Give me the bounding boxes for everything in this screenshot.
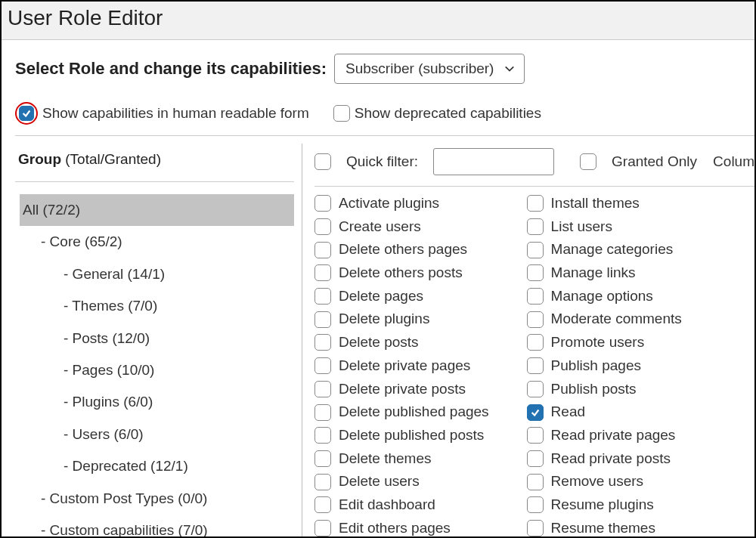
sidebar-divider (15, 181, 294, 182)
capability-label: Read private posts (551, 450, 671, 468)
capability-label: Create users (339, 218, 421, 237)
capability-item[interactable]: Read private posts (527, 450, 682, 468)
capability-checkbox[interactable] (527, 450, 544, 467)
group-tree-item[interactable]: - Custom capabilities (7/0) (20, 515, 294, 538)
capability-item[interactable]: Moderate comments (527, 310, 682, 329)
title-bar: User Role Editor (2, 2, 754, 40)
capability-label: Delete private pages (339, 357, 470, 376)
capability-item[interactable]: Promote users (527, 333, 682, 352)
capability-item[interactable]: Read private pages (527, 426, 682, 445)
capability-item[interactable]: Resume plugins (527, 496, 682, 515)
capability-item[interactable]: List users (527, 218, 682, 237)
capability-checkbox[interactable] (314, 334, 331, 351)
capability-checkbox[interactable] (527, 496, 544, 513)
capabilities-column-2: Install themesList usersManage categorie… (527, 194, 682, 538)
capability-label: Resume themes (551, 519, 655, 538)
human-readable-label: Show capabilities in human readable form (42, 105, 309, 122)
capability-item[interactable]: Activate plugins (314, 194, 489, 213)
capability-item[interactable]: Delete published posts (314, 426, 489, 445)
capability-checkbox[interactable] (527, 334, 544, 351)
capability-checkbox[interactable] (527, 218, 544, 235)
capability-item[interactable]: Resume themes (527, 519, 682, 538)
capability-checkbox[interactable] (314, 474, 331, 490)
capability-checkbox[interactable] (314, 357, 331, 374)
capability-label: Delete published posts (339, 426, 484, 445)
deprecated-label: Show deprecated capabilities (355, 105, 541, 122)
capability-checkbox[interactable] (527, 474, 544, 490)
capability-item[interactable]: Read (527, 403, 682, 422)
capability-item[interactable]: Edit others pages (314, 519, 489, 538)
capability-item[interactable]: Delete published pages (314, 403, 489, 422)
capability-checkbox[interactable] (314, 520, 331, 536)
capability-checkbox[interactable] (527, 520, 544, 536)
capability-checkbox[interactable] (527, 427, 544, 444)
group-heading: Group (Total/Granted) (15, 151, 294, 168)
capability-item[interactable]: Delete others pages (314, 240, 489, 259)
capability-item[interactable]: Install themes (527, 194, 682, 213)
capability-checkbox[interactable] (527, 288, 544, 305)
capability-checkbox[interactable] (527, 264, 544, 281)
capability-checkbox[interactable] (527, 357, 544, 374)
columns-label: Colum (713, 153, 754, 170)
group-tree-item[interactable]: - General (14/1) (20, 258, 294, 290)
capability-item[interactable]: Delete themes (314, 450, 489, 468)
group-tree-item[interactable]: - Users (6/0) (20, 419, 294, 450)
capability-checkbox[interactable] (314, 288, 331, 305)
group-tree-item[interactable]: All (72/2) (20, 194, 294, 226)
deprecated-option[interactable]: Show deprecated capabilities (333, 105, 541, 122)
quick-filter-input[interactable] (433, 148, 554, 175)
capability-checkbox[interactable] (314, 195, 331, 212)
capability-checkbox[interactable] (314, 427, 331, 444)
capability-checkbox[interactable] (314, 242, 331, 258)
capability-checkbox[interactable] (314, 264, 331, 281)
capability-checkbox[interactable] (527, 195, 544, 212)
role-select[interactable]: Subscriber (subscriber) (334, 54, 525, 84)
capability-label: Publish posts (551, 380, 637, 399)
capability-item[interactable]: Manage options (527, 287, 682, 306)
capability-checkbox[interactable] (527, 381, 544, 397)
group-tree-item[interactable]: - Custom Post Types (0/0) (20, 483, 294, 515)
capability-checkbox[interactable] (314, 450, 331, 467)
capability-item[interactable]: Delete private pages (314, 357, 489, 376)
capability-checkbox[interactable] (314, 404, 331, 421)
capability-checkbox[interactable] (314, 381, 331, 397)
capability-item[interactable]: Delete posts (314, 333, 489, 352)
capability-checkbox[interactable] (527, 311, 544, 328)
capability-item[interactable]: Delete users (314, 472, 489, 491)
group-tree-item[interactable]: - Posts (12/0) (20, 323, 294, 354)
granted-only-checkbox[interactable] (580, 153, 596, 170)
role-select-label: Select Role and change its capabilities: (15, 59, 327, 79)
capability-item[interactable]: Edit dashboard (314, 496, 489, 515)
capability-item[interactable]: Manage links (527, 264, 682, 283)
capability-label: Activate plugins (339, 194, 439, 213)
human-readable-option[interactable]: Show capabilities in human readable form (15, 102, 309, 125)
group-tree-item[interactable]: - Pages (10/0) (20, 354, 294, 386)
capability-item[interactable]: Remove users (527, 472, 682, 491)
capability-item[interactable]: Publish posts (527, 380, 682, 399)
group-tree-item[interactable]: - Deprecated (12/1) (20, 450, 294, 482)
capability-checkbox[interactable] (527, 242, 544, 258)
capability-item[interactable]: Delete pages (314, 287, 489, 306)
capability-item[interactable]: Manage categories (527, 240, 682, 259)
capabilities-column-1: Activate pluginsCreate usersDelete other… (314, 194, 489, 538)
human-readable-checkbox[interactable] (19, 106, 34, 121)
capability-checkbox[interactable] (527, 404, 544, 421)
capability-item[interactable]: Create users (314, 218, 489, 237)
capabilities-header: Quick filter: Granted Only Colum (314, 148, 754, 187)
capability-item[interactable]: Delete private posts (314, 380, 489, 399)
capability-item[interactable]: Delete others posts (314, 264, 489, 283)
deprecated-checkbox[interactable] (333, 105, 350, 122)
group-tree: All (72/2)- Core (65/2)- General (14/1)-… (20, 194, 294, 538)
capability-label: Edit others pages (339, 519, 451, 538)
capability-checkbox[interactable] (314, 496, 331, 513)
capability-item[interactable]: Delete plugins (314, 310, 489, 329)
select-all-checkbox[interactable] (314, 153, 331, 170)
capability-item[interactable]: Publish pages (527, 357, 682, 376)
capability-checkbox[interactable] (314, 311, 331, 328)
role-select-value: Subscriber (subscriber) (345, 60, 494, 77)
capability-checkbox[interactable] (314, 218, 331, 235)
group-tree-item[interactable]: - Themes (7/0) (20, 290, 294, 322)
group-tree-item[interactable]: - Plugins (6/0) (20, 386, 294, 418)
capability-label: Edit dashboard (339, 496, 435, 515)
group-tree-item[interactable]: - Core (65/2) (20, 226, 294, 258)
